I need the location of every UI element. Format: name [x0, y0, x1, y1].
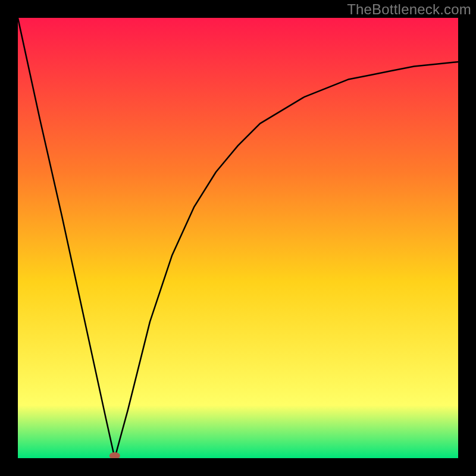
watermark-text: TheBottleneck.com: [347, 1, 471, 18]
chart-svg: [18, 18, 458, 458]
plot-area: [18, 18, 458, 458]
gradient-background: [18, 18, 458, 458]
chart-container: TheBottleneck.com: [0, 0, 476, 476]
